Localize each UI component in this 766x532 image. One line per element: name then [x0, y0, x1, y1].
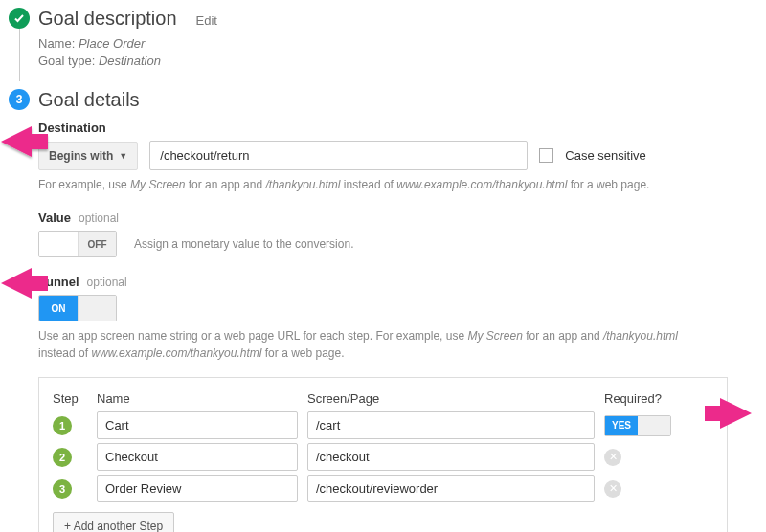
- toggle-off-label: OFF: [78, 232, 116, 256]
- edit-link[interactable]: Edit: [196, 13, 217, 28]
- col-step: Step: [53, 391, 87, 406]
- step-num-badge: 1: [53, 416, 72, 435]
- required-off: [638, 416, 670, 435]
- funnel-table: Step Name Screen/Page Required? 1 YES 2: [38, 377, 728, 532]
- toggle-empty: [78, 296, 116, 321]
- remove-step-icon[interactable]: ✕: [604, 449, 621, 466]
- step-num-badge: 3: [53, 479, 72, 499]
- destination-input[interactable]: [149, 141, 528, 170]
- value-label: Value: [38, 211, 71, 225]
- toggle-on-label: ON: [39, 296, 78, 321]
- goal-meta: Name: Place Order Goal type: Destination: [38, 35, 747, 70]
- add-step-button[interactable]: + Add another Step: [53, 512, 174, 532]
- name-label: Name:: [38, 36, 75, 51]
- funnel-toggle[interactable]: ON: [38, 295, 117, 321]
- goal-details-title: Goal details: [38, 87, 747, 111]
- case-sensitive-label: Case sensitive: [565, 148, 646, 163]
- funnel-optional: optional: [87, 276, 127, 289]
- destination-label: Destination: [38, 121, 747, 135]
- step-name-input[interactable]: [97, 443, 298, 471]
- required-yes: YES: [605, 416, 638, 435]
- value-help: Assign a monetary value to the conversio…: [134, 237, 353, 251]
- funnel-label: Funnel: [38, 275, 79, 289]
- col-req: Required?: [604, 391, 710, 406]
- value-optional: optional: [79, 211, 119, 225]
- case-sensitive-checkbox[interactable]: [539, 148, 553, 163]
- step-number-badge: 3: [9, 89, 30, 110]
- dropdown-arrow-icon: ▼: [119, 151, 127, 161]
- funnel-row: 3 ✕: [53, 475, 713, 502]
- step-page-input[interactable]: [307, 411, 595, 439]
- step-num-badge: 2: [53, 448, 72, 467]
- match-type-dropdown[interactable]: Begins with ▼: [38, 142, 138, 170]
- name-value: Place Order: [79, 36, 145, 51]
- step-page-input[interactable]: [307, 443, 595, 471]
- funnel-help: Use an app screen name string or a web p…: [38, 327, 747, 362]
- step-complete-icon: [9, 8, 30, 29]
- goal-description-title: Goal description Edit: [38, 6, 747, 30]
- funnel-row: 2 ✕: [53, 443, 713, 471]
- destination-help: For example, use My Screen for an app an…: [38, 176, 747, 193]
- value-toggle[interactable]: OFF: [38, 231, 117, 257]
- col-name: Name: [97, 391, 298, 406]
- step1-title: Goal description: [38, 8, 177, 30]
- remove-step-icon[interactable]: ✕: [604, 480, 621, 498]
- type-value: Destination: [99, 54, 161, 68]
- type-label: Goal type:: [38, 54, 95, 68]
- step-name-input[interactable]: [97, 411, 298, 439]
- funnel-row: 1 YES: [53, 411, 713, 439]
- col-page: Screen/Page: [307, 391, 595, 406]
- required-toggle[interactable]: YES: [604, 415, 671, 436]
- step-name-input[interactable]: [97, 475, 298, 502]
- toggle-empty: [39, 232, 78, 256]
- match-type-value: Begins with: [49, 149, 113, 163]
- step2-title: Goal details: [38, 89, 140, 111]
- step-page-input[interactable]: [307, 475, 595, 502]
